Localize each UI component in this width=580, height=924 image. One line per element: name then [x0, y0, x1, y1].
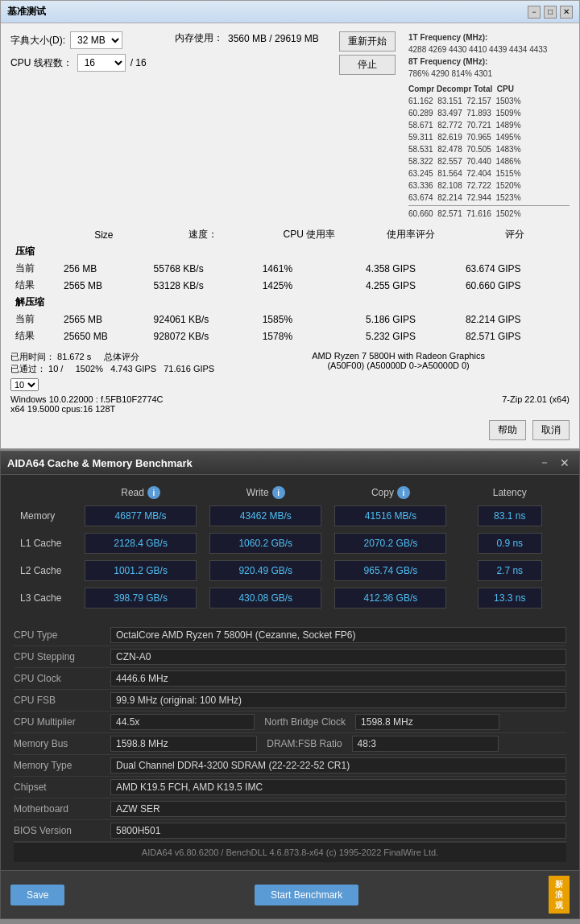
top-window-controls: － □ ✕ [528, 6, 573, 19]
cell-label: 当前 [10, 260, 59, 277]
row4: 59.311 82.619 70.965 1495% [408, 131, 570, 143]
table-row: 当前 2565 MB 924061 KB/s 1585% 5.186 GIPS … [10, 311, 570, 328]
cell-size: 2565 MB [59, 277, 149, 294]
cpu-clock-value: 4446.6 MHz [110, 670, 566, 687]
l3-read: 398.79 GB/s [85, 588, 197, 608]
col-size: Size [59, 226, 149, 243]
start-benchmark-button[interactable]: Start Benchmark [255, 885, 358, 905]
col-write-header: Write i [203, 483, 328, 502]
cell-label: 当前 [10, 311, 59, 328]
minimize-button[interactable]: － [528, 6, 541, 19]
l3-label: L3 Cache [14, 584, 78, 612]
total-score-label: 总体评分 [104, 352, 139, 361]
elapsed-value: 81.672 s [57, 352, 91, 361]
cell-cpu: 1461% [258, 260, 361, 277]
freq8t-title: 8T Frequency (MHz): [408, 56, 570, 68]
aida-minimize-button[interactable]: － [536, 456, 553, 470]
memory-type-row: Memory Type Dual Channel DDR4-3200 SDRAM… [14, 755, 566, 777]
l2-copy: 965.74 GB/s [334, 560, 446, 581]
aida-window-title: AIDA64 Cache & Memory Benchmark [7, 457, 193, 469]
cpu-mult-row: CPU Multiplier 44.5x North Bridge Clock … [14, 712, 566, 733]
dropdown-row: 10 [10, 378, 214, 391]
cpu-type-label: CPU Type [14, 629, 110, 641]
save-button[interactable]: Save [10, 885, 64, 905]
table-row: 结果 25650 MB 928072 KB/s 1578% 5.232 GIPS… [10, 328, 570, 344]
gips-value: 4.743 GIPS [110, 364, 156, 373]
memory-usage-row: 内存使用： 3560 MB / 29619 MB [175, 31, 326, 45]
cpu-fsb-row: CPU FSB 99.9 MHz (original: 100 MHz) [14, 690, 566, 712]
top-window-title: 基准测试 [7, 5, 46, 19]
aida-window-controls: － ✕ [536, 456, 573, 470]
bios-label: BIOS Version [14, 825, 110, 836]
brand-badge: 新浪观 [549, 876, 570, 914]
freq-values: 4288 4269 4430 4410 4439 4434 4433 [408, 43, 570, 56]
read-label: Read [121, 487, 144, 498]
col-rating: 使用率评分 [361, 226, 461, 243]
l3-copy: 412.36 GB/s [334, 588, 446, 608]
motherboard-label: Motherboard [14, 803, 110, 815]
chipset-row: Chipset AMD K19.5 FCH, AMD K19.5 IMC [14, 777, 566, 798]
help-button[interactable]: 帮助 [489, 420, 526, 440]
memory-read: 46877 MB/s [85, 505, 197, 526]
restart-button[interactable]: 重新开始 [339, 31, 396, 52]
cpu-type-row: CPU Type OctalCore AMD Ryzen 7 5800H (Ce… [14, 625, 566, 646]
copy-label: Copy [371, 487, 394, 498]
cell-size: 25650 MB [59, 328, 149, 344]
dict-size-select[interactable]: 32 MB [70, 31, 122, 49]
top-window: 基准测试 － □ ✕ 字典大小(D): 32 MB CPU 线程数： 16 [0, 0, 580, 449]
close-button[interactable]: ✕ [560, 6, 573, 19]
nb-clock-value: 1598.8 MHz [355, 714, 499, 730]
l3-write: 430.08 GB/s [209, 588, 321, 608]
cpu-threads-select[interactable]: 16 [77, 54, 126, 72]
aida-close-button[interactable]: ✕ [557, 456, 573, 469]
l1-write: 1060.2 GB/s [209, 533, 321, 554]
l2-label: L2 Cache [14, 557, 78, 584]
cancel-button[interactable]: 取消 [532, 420, 570, 440]
table-header: Compr Decompr Total CPU [408, 83, 570, 95]
cell-score: 63.674 GIPS [461, 260, 570, 277]
l2-latency: 2.7 ns [478, 560, 542, 581]
cpu-stepping-label: CPU Stepping [14, 651, 110, 662]
maximize-button[interactable]: □ [544, 6, 557, 19]
cpu-type-value: OctalCore AMD Ryzen 7 5800H (Cezanne, So… [110, 627, 566, 643]
stop-button[interactable]: 停止 [339, 55, 396, 75]
motherboard-value: AZW SER [110, 801, 566, 817]
col-copy-header: Copy i [328, 483, 453, 502]
row3: 58.671 82.772 70.721 1489% [408, 119, 570, 131]
cell-label: 结果 [10, 328, 59, 344]
action-bar: Save Start Benchmark 新浪观 [1, 870, 579, 918]
row8: 63.336 82.108 72.722 1520% [408, 179, 570, 192]
cpu-info: AMD Ryzen 7 5800H with Radeon Graphics [227, 351, 570, 361]
read-info-icon[interactable]: i [147, 486, 160, 499]
copy-info-icon[interactable]: i [397, 486, 410, 499]
memory-write: 43462 MB/s [209, 505, 321, 526]
right-panel: 1T Frequency (MHz): 4288 4269 4430 4410 … [408, 31, 570, 220]
l1-label: L1 Cache [14, 530, 78, 557]
bottom-buttons: 帮助 取消 [10, 420, 570, 440]
sysinfo-section: CPU Type OctalCore AMD Ryzen 7 5800H (Ce… [14, 625, 566, 842]
results-dropdown[interactable]: 10 [10, 378, 39, 391]
col-cpu: CPU 使用率 [258, 226, 361, 243]
memory-type-value: Dual Channel DDR4-3200 SDRAM (22-22-22-5… [110, 757, 566, 773]
dict-size-row: 字典大小(D): 32 MB [10, 31, 162, 49]
passed-row: 已通过： 10 / 1502% 4.743 GIPS 71.616 GIPS [10, 363, 214, 375]
l2-write: 920.49 GB/s [209, 560, 321, 581]
memory-usage-value: 3560 MB / 29619 MB [228, 33, 319, 44]
zip-info: 7-Zip 22.01 (x64) [502, 394, 570, 414]
cell-label: 结果 [10, 277, 59, 294]
table-row: 结果 2565 MB 53128 KB/s 1425% 4.255 GIPS 6… [10, 277, 570, 294]
os-info: Windows 10.0.22000 : f.5FB10F2774C [10, 394, 164, 404]
memory-usage-label: 内存使用： [175, 31, 223, 45]
table-row: 当前 256 MB 55768 KB/s 1461% 4.358 GIPS 63… [10, 260, 570, 277]
separator [408, 205, 570, 206]
cell-score: 82.571 GIPS [461, 328, 570, 344]
dram-fsb-value: 48:3 [352, 736, 499, 752]
write-info-icon[interactable]: i [272, 486, 285, 499]
os-info-row: Windows 10.0.22000 : f.5FB10F2774C x64 1… [10, 394, 570, 414]
l1-copy: 2070.2 GB/s [334, 533, 446, 554]
freq-title: 1T Frequency (MHz): [408, 31, 570, 43]
aida-window: AIDA64 Cache & Memory Benchmark － ✕ Read… [0, 451, 580, 919]
passed-value: 10 / [48, 364, 63, 373]
benchmark-table: Size 速度： CPU 使用率 使用率评分 评分 压缩 当前 256 MB 5… [10, 226, 570, 344]
cpu-threads-label: CPU 线程数： [10, 56, 72, 70]
